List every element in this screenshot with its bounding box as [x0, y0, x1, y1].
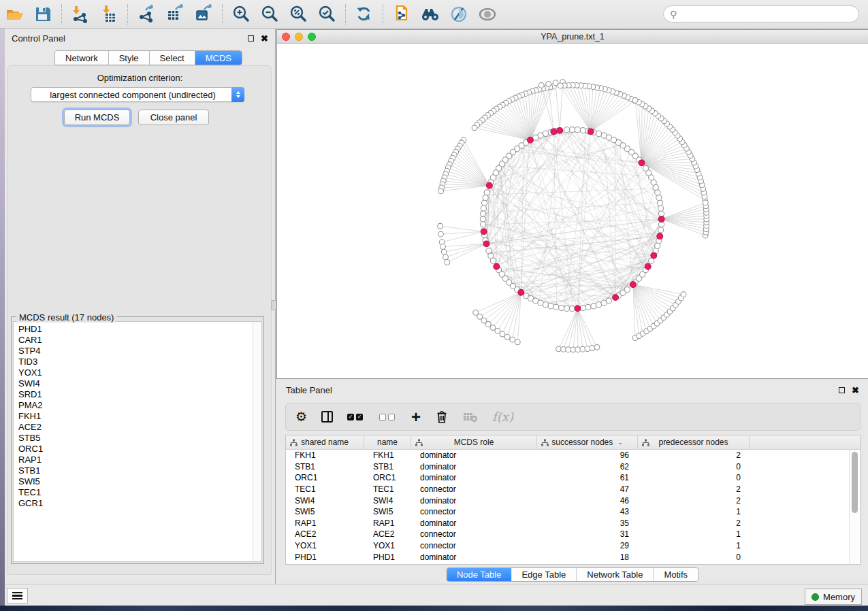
tab-mcds[interactable]: MCDS: [195, 51, 242, 65]
table-scrollbar-thumb[interactable]: [852, 452, 858, 513]
mcds-result-list[interactable]: PHD1CAR1STP4TID3YOX1SWI4SRD1PMA2FKH1ACE2…: [13, 321, 262, 562]
table-cell[interactable]: STB1: [286, 462, 364, 472]
table-cell[interactable]: dominator: [411, 473, 537, 482]
table-cell[interactable]: STB1: [364, 462, 411, 472]
unselect-all-columns-icon[interactable]: [379, 409, 397, 425]
tab-style[interactable]: Style: [109, 51, 150, 65]
export-table-icon[interactable]: [163, 3, 187, 26]
table-scrollbar[interactable]: [849, 450, 858, 563]
table-cell[interactable]: SWI5: [286, 507, 364, 516]
table-row[interactable]: FKH1FKH1dominator962: [286, 450, 860, 461]
optimization-criterion-select[interactable]: largest connected component (undirected): [31, 87, 244, 102]
table-cell[interactable]: 29: [537, 541, 638, 550]
column-header-predecessor-nodes[interactable]: predecessor nodes: [638, 435, 750, 449]
table-cell[interactable]: ORC1: [364, 473, 411, 482]
float-table-panel-icon[interactable]: [839, 387, 845, 393]
table-cell[interactable]: SWI5: [364, 507, 411, 516]
table-cell[interactable]: FKH1: [364, 450, 411, 460]
table-cell[interactable]: dominator: [411, 552, 537, 562]
table-cell[interactable]: 18: [537, 552, 638, 562]
export-image-icon[interactable]: [192, 3, 215, 26]
show-columns-icon[interactable]: [321, 409, 333, 425]
result-node[interactable]: PMA2: [14, 400, 261, 411]
table-cell[interactable]: 31: [537, 529, 638, 539]
result-node[interactable]: TID3: [14, 357, 261, 367]
table-cell[interactable]: SWI4: [286, 496, 364, 506]
table-cell[interactable]: 1: [638, 507, 750, 516]
table-settings-gear-icon[interactable]: ⚙: [295, 409, 307, 425]
table-row[interactable]: YOX1YOX1connector291: [286, 540, 860, 552]
table-cell[interactable]: dominator: [411, 518, 537, 528]
column-header-shared-name[interactable]: shared name: [286, 435, 364, 449]
save-session-icon[interactable]: [31, 3, 54, 26]
table-cell[interactable]: RAP1: [286, 518, 364, 528]
show-hide-style-icon[interactable]: [447, 3, 470, 26]
show-hide-panel-eye-icon[interactable]: [476, 3, 499, 26]
zoom-selected-icon[interactable]: [315, 3, 338, 26]
table-cell[interactable]: dominator: [411, 496, 537, 506]
table-cell[interactable]: SWI4: [364, 496, 411, 506]
tab-network-table[interactable]: Network Table: [577, 568, 654, 581]
node-table[interactable]: shared namenameMCDS rolesuccessor nodes⌄…: [285, 435, 861, 565]
table-cell[interactable]: 2: [638, 450, 750, 460]
tab-motifs[interactable]: Motifs: [654, 568, 698, 581]
zoom-out-icon[interactable]: [258, 3, 281, 26]
table-cell[interactable]: dominator: [411, 450, 537, 460]
table-cell[interactable]: ORC1: [286, 473, 364, 482]
close-panel-icon[interactable]: ✖: [261, 35, 268, 42]
tab-select[interactable]: Select: [150, 51, 195, 65]
result-node[interactable]: YOX1: [14, 367, 261, 378]
table-row[interactable]: STB1STB1dominator620: [286, 461, 860, 473]
result-node[interactable]: ACE2: [14, 422, 261, 433]
column-header-successor-nodes[interactable]: successor nodes⌄: [537, 435, 638, 449]
result-node[interactable]: FKH1: [14, 411, 261, 422]
task-history-button[interactable]: [7, 588, 28, 604]
export-network-icon[interactable]: [135, 3, 158, 26]
table-cell[interactable]: 1: [638, 529, 750, 539]
result-node[interactable]: TEC1: [14, 487, 261, 498]
table-row[interactable]: TEC1TEC1connector472: [286, 484, 860, 495]
result-node[interactable]: GCR1: [14, 498, 261, 509]
table-row[interactable]: ORC1ORC1dominator610: [286, 472, 860, 484]
table-row[interactable]: PHD1PHD1dominator180: [286, 551, 860, 563]
delete-column-trash-icon[interactable]: [435, 409, 449, 425]
table-row[interactable]: SWI4SWI4dominator462: [286, 495, 860, 506]
table-row[interactable]: ACE2ACE2connector311: [286, 529, 860, 540]
result-node[interactable]: STP4: [14, 346, 261, 357]
tab-edge-table[interactable]: Edge Table: [511, 568, 577, 581]
float-panel-icon[interactable]: [248, 35, 254, 42]
import-table-icon[interactable]: [97, 3, 120, 26]
table-cell[interactable]: RAP1: [364, 518, 411, 528]
table-cell[interactable]: 35: [537, 518, 638, 528]
table-cell[interactable]: 43: [537, 507, 638, 516]
table-cell[interactable]: 46: [537, 496, 638, 506]
table-row[interactable]: RAP1RAP1dominator352: [286, 518, 860, 529]
table-cell[interactable]: YOX1: [286, 541, 364, 550]
result-node[interactable]: RAP1: [14, 455, 261, 465]
result-node[interactable]: STB1: [14, 465, 261, 476]
refresh-icon[interactable]: [353, 3, 376, 26]
table-cell[interactable]: connector: [411, 529, 537, 539]
tab-network[interactable]: Network: [55, 51, 109, 65]
table-cell[interactable]: 2: [638, 518, 750, 528]
table-cell[interactable]: 0: [638, 552, 750, 562]
run-mcds-button[interactable]: Run MCDS: [64, 110, 130, 125]
create-column-icon[interactable]: +: [411, 409, 421, 425]
table-cell[interactable]: 47: [537, 484, 638, 494]
open-file-icon[interactable]: [3, 3, 26, 26]
result-node[interactable]: SWI5: [14, 476, 261, 487]
select-all-columns-icon[interactable]: ✓✓: [347, 409, 365, 425]
table-cell[interactable]: PHD1: [286, 552, 364, 562]
network-graph-canvas[interactable]: [277, 44, 868, 378]
table-cell[interactable]: connector: [411, 541, 537, 550]
table-row[interactable]: SWI5SWI5connector431: [286, 506, 860, 518]
result-list-scrollbar[interactable]: [253, 322, 261, 561]
table-cell[interactable]: connector: [411, 507, 537, 516]
table-cell[interactable]: PHD1: [364, 552, 411, 562]
result-node[interactable]: SRD1: [14, 389, 261, 400]
result-node[interactable]: PHD1: [14, 322, 261, 335]
search-box[interactable]: ⚲: [663, 5, 859, 22]
search-input[interactable]: [677, 7, 858, 21]
column-header-MCDS-role[interactable]: MCDS role: [411, 435, 537, 449]
zoom-fit-icon[interactable]: [287, 3, 310, 26]
